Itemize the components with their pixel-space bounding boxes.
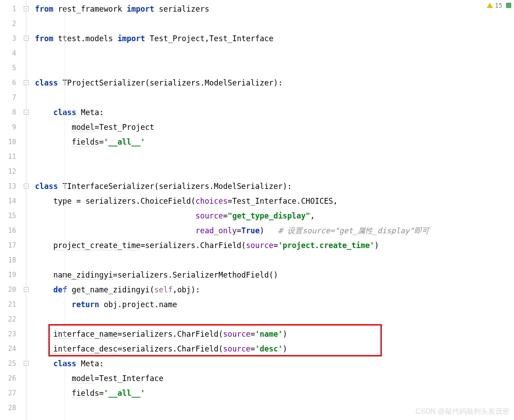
line-number: 9 [0,120,16,135]
code-line[interactable]: class TProjectSerializer(serializers.Mod… [35,76,514,90]
line-number: 28 [0,401,16,416]
code-line[interactable] [35,312,514,327]
line-number: 21 [0,297,16,312]
line-number: 17 [0,238,16,253]
code-line[interactable] [35,61,514,76]
code-line[interactable] [35,164,514,179]
code-line[interactable] [35,90,514,105]
code-line[interactable] [35,253,514,268]
line-number: 7 [0,90,16,105]
line-number: 19 [0,268,16,283]
code-line[interactable]: interface_desc=serializers.CharField(sou… [35,342,514,356]
fold-toggle-icon[interactable]: − [24,6,29,11]
inspection-summary[interactable]: 15 [487,2,511,9]
line-number-gutter: 1 2 3 4 5 6 7 8 9 10 11 12 13 14 15 16 1… [0,0,22,420]
line-number: 25 [0,356,16,371]
code-line[interactable]: name_zidingyi=serializers.SerializerMeth… [35,268,514,283]
line-number: 11 [0,150,16,164]
line-number: 26 [0,371,16,386]
line-number: 16 [0,223,16,238]
code-line[interactable] [35,17,514,31]
warning-icon [487,3,493,8]
code-line[interactable]: def get_name_zidingyi(self,obj): [35,283,514,297]
line-number: 3 [0,31,16,46]
line-number: 27 [0,386,16,401]
code-line[interactable]: source="get_type_display", [35,209,514,223]
code-line[interactable]: class TInterfaceSerializer(serializers.M… [35,179,514,194]
code-line[interactable]: fields='__all__' [35,386,514,401]
code-line[interactable]: project_create_time=serializers.CharFiel… [35,238,514,253]
checkmark-icon [506,3,511,8]
line-number: 24 [0,342,16,356]
line-number: 12 [0,164,16,179]
line-number: 1 [0,2,16,17]
code-line[interactable] [35,150,514,164]
fold-toggle-icon[interactable]: − [24,184,29,189]
code-line[interactable]: class Meta: [35,105,514,120]
line-number: 2 [0,17,16,31]
line-number: 23 [0,327,16,342]
code-line[interactable] [35,401,514,416]
code-line[interactable]: model=Test_Project [35,120,514,135]
code-line[interactable]: model=Test_Interface [35,371,514,386]
line-number: 10 [0,135,16,150]
line-number: 18 [0,253,16,268]
fold-gutter: − − − − − − − [22,0,32,420]
fold-toggle-icon[interactable]: − [24,110,29,115]
line-number: 20 [0,283,16,297]
code-line[interactable] [35,46,514,61]
code-line[interactable]: from rest_framework import serializers [35,2,514,17]
code-line[interactable]: read_only=True) # 设置source="get_属性_displ… [35,223,514,238]
line-number: 5 [0,61,16,76]
code-line[interactable]: class Meta: [35,356,514,371]
line-number: 15 [0,209,16,223]
code-line[interactable]: type = serializers.ChoiceField(choices=T… [35,194,514,209]
fold-toggle-icon[interactable]: − [24,80,29,85]
code-line[interactable]: return obj.project.name [35,297,514,312]
line-number: 14 [0,194,16,209]
code-line[interactable]: from ttest.models import Test_Project,Te… [35,31,514,46]
code-area[interactable]: from rest_framework import serializers f… [32,0,514,420]
warning-count: 15 [495,2,502,9]
fold-toggle-icon[interactable]: − [24,361,29,366]
fold-toggle-icon[interactable]: − [24,36,29,41]
line-number: 22 [0,312,16,327]
line-number: 6 [0,76,16,90]
code-line[interactable]: fields='__all__' [35,135,514,150]
line-number: 8 [0,105,16,120]
code-editor[interactable]: 1 2 3 4 5 6 7 8 9 10 11 12 13 14 15 16 1… [0,0,514,420]
fold-toggle-icon[interactable]: − [24,287,29,292]
line-number: 4 [0,46,16,61]
line-number: 13 [0,179,16,194]
code-line[interactable]: interface_name=serializers.CharField(sou… [35,327,514,342]
